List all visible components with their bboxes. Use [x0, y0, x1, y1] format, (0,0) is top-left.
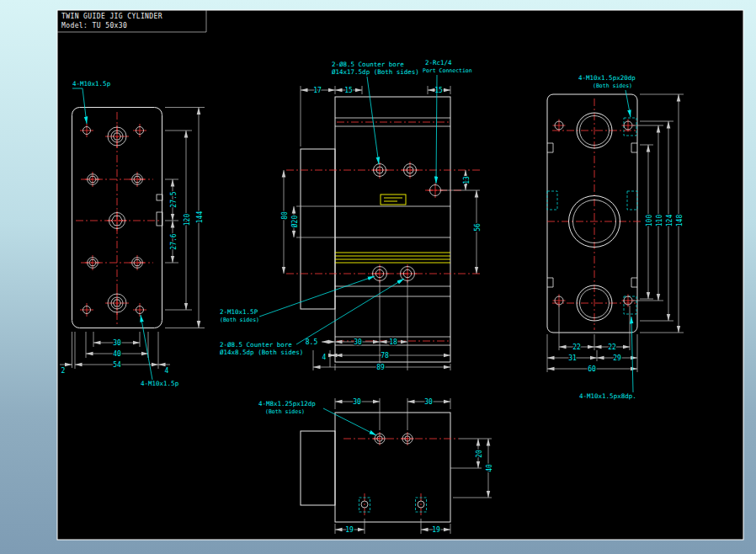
dim-40: 40	[113, 350, 121, 358]
dim-22b: 22	[608, 344, 616, 351]
dim-29: 29	[613, 354, 621, 362]
label-thread-bottom: 4-M10x1.5p	[141, 380, 179, 387]
dim-2: 2	[61, 367, 66, 375]
dim-124: 124	[666, 215, 673, 227]
dim-30: 30	[113, 339, 121, 347]
dim-18: 18	[389, 338, 397, 346]
dim-30a: 30	[353, 398, 361, 406]
dim-15a: 15	[344, 87, 353, 94]
label-thread-2: (Both sides)	[220, 317, 259, 323]
dim-o20: Ø20	[290, 216, 299, 228]
dim-31: 31	[568, 354, 577, 362]
desktop-background: TWIN GUIDE JIG CYLINDER Model: TU 50x30	[0, 0, 756, 554]
dim-22a: 22	[572, 344, 581, 351]
label-port-1: 2-Rc1/4	[425, 59, 452, 67]
label-counterbore-bottom-2: Ø14x8.5dp (Both sides)	[220, 349, 303, 356]
dim-30: 30	[354, 338, 362, 346]
dim-19a: 19	[345, 526, 354, 534]
dim-54: 54	[113, 361, 121, 369]
dim-8-5: 8.5	[306, 338, 318, 346]
label-counterbore-top-2: Ø14x17.5dp (Both sides)	[332, 68, 419, 76]
dim-15b: 15	[434, 87, 443, 94]
label-counterbore-top-1: 2-Ø8.5 Counter bore	[332, 61, 404, 68]
label-thread-top-2: (Both sides)	[593, 83, 632, 89]
dim-120: 120	[184, 214, 191, 226]
dim-4: 4	[322, 354, 327, 361]
label-thread-top: 4-M10x1.5p	[72, 80, 111, 88]
dim-148: 148	[676, 215, 684, 227]
dim-80: 80	[281, 211, 289, 220]
label-thread-1: 2-M10x1.5P	[220, 308, 258, 316]
dim-78: 78	[381, 352, 389, 360]
label-thread-bottom: 4-M10x1.5px8dp.	[579, 392, 636, 400]
label-thread-1: 4-M8x1.25px12dp	[258, 400, 316, 408]
dim-13: 13	[463, 176, 471, 184]
dim-27-6: 27.6	[170, 233, 178, 249]
dim-110: 110	[656, 215, 663, 227]
dim-40: 40	[486, 464, 493, 472]
cad-drawing: TWIN GUIDE JIG CYLINDER Model: TU 50x30	[0, 0, 756, 554]
label-port-2: Port Connection	[423, 67, 472, 74]
drawing-title: TWIN GUIDE JIG CYLINDER	[61, 13, 162, 20]
dim-17: 17	[313, 87, 322, 94]
dim-27-5: 27.5	[170, 191, 178, 207]
label-thread-top-1: 4-M10x1.5px20dp	[578, 74, 636, 82]
dim-4: 4	[165, 367, 169, 375]
dim-56: 56	[474, 223, 482, 232]
label-counterbore-bottom-1: 2-Ø8.5 Counter bore	[220, 341, 292, 349]
label-thread-2: (Both sides)	[265, 408, 305, 415]
dim-144: 144	[196, 211, 204, 224]
dim-30b: 30	[424, 398, 433, 406]
dim-100: 100	[646, 215, 653, 227]
drawing-model: Model: TU 50x30	[61, 22, 127, 29]
dim-19b: 19	[432, 526, 440, 534]
dim-60: 60	[588, 365, 596, 373]
dim-20: 20	[476, 450, 483, 458]
dim-89: 89	[376, 364, 385, 371]
